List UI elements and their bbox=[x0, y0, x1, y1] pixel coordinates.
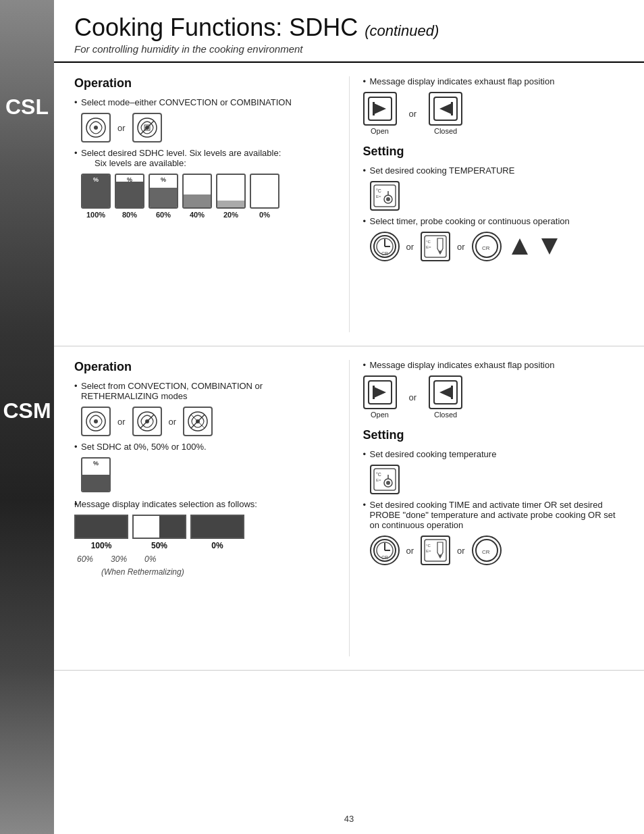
page-subtitle: For controlling humidity in the cooking … bbox=[74, 43, 624, 55]
svg-rect-36 bbox=[451, 386, 453, 399]
svg-rect-5 bbox=[373, 102, 375, 115]
csl-setting-bullet1: Set desired cooking TEMPERATURE bbox=[363, 165, 624, 176]
csm-probe-icon: °C E= bbox=[421, 536, 450, 565]
csm-flap-open-label: Open bbox=[371, 411, 389, 419]
timer-icon: CR bbox=[370, 232, 400, 261]
csl-bullet2: Select desired SDHC level. Six levels ar… bbox=[74, 148, 336, 168]
flap-open-label: Open bbox=[371, 127, 389, 135]
flap-open-icon bbox=[363, 92, 397, 126]
csm-continuous-icon: CR bbox=[472, 536, 502, 565]
csl-six-levels: Six levels are available: bbox=[95, 158, 186, 168]
flap-closed-svg bbox=[433, 96, 458, 122]
csl-temp-icon-row: °C E= bbox=[370, 181, 624, 211]
csl-right: Message display indicates exhaust flap p… bbox=[349, 76, 624, 332]
sdhc-bar-40 bbox=[182, 174, 212, 209]
svg-text:E=: E= bbox=[426, 549, 431, 553]
csl-setting-bullet2: Select timer, probe cooking or continuou… bbox=[363, 216, 624, 226]
csl-flap-or: or bbox=[404, 109, 423, 119]
flap-closed-icon bbox=[429, 92, 462, 126]
csm-timer-icons: CR or °C E= or bbox=[370, 536, 624, 565]
csm-flap-closed-svg bbox=[433, 380, 458, 405]
up-arrow-svg bbox=[510, 236, 530, 257]
csm-bullet1: Select from CONVECTION, COMBINATION or R… bbox=[74, 381, 336, 401]
csm-flap-or: or bbox=[404, 392, 423, 402]
svg-rect-33 bbox=[373, 386, 375, 399]
csm-flap-open-svg bbox=[367, 380, 393, 405]
svg-marker-27 bbox=[541, 238, 558, 255]
csm-retherm-icon bbox=[183, 407, 213, 436]
csl-flap-closed: Closed bbox=[429, 92, 462, 135]
sdhc-bar-100: % bbox=[81, 174, 111, 209]
sdhc-bar-80: % bbox=[115, 174, 144, 209]
csm-comb-svg bbox=[136, 410, 159, 433]
csm-comb-icon bbox=[132, 407, 162, 436]
csl-setting-heading: Setting bbox=[363, 145, 624, 159]
sdhc-item-40: 40% bbox=[182, 174, 212, 219]
svg-text:°C: °C bbox=[426, 240, 431, 244]
csm-bars: 100% 50% 0% bbox=[74, 515, 336, 550]
temp-svg: °C E= bbox=[373, 184, 396, 207]
csm-retherm-svg bbox=[186, 410, 209, 433]
sdhc-item-20: 20% bbox=[216, 174, 246, 219]
csm-temp-svg: °C E= bbox=[373, 468, 396, 491]
csm-sdhc-bar: % bbox=[81, 457, 111, 492]
main-content: Cooking Functions: SDHC (continued) For … bbox=[54, 0, 644, 834]
csl-operation-heading: Operation bbox=[74, 76, 336, 90]
svg-rect-8 bbox=[451, 102, 453, 115]
csm-bar-0: 0% bbox=[190, 515, 244, 550]
csl-or-1: or bbox=[117, 123, 126, 133]
temperature-icon: °C E= bbox=[370, 181, 400, 211]
csm-timer-or1: or bbox=[406, 546, 414, 556]
csm-left: Operation Select from CONVECTION, COMBIN… bbox=[74, 360, 349, 656]
combination-icon bbox=[132, 113, 162, 142]
sdhc-bar-60: % bbox=[149, 174, 178, 209]
svg-point-42 bbox=[386, 481, 390, 485]
csm-or-1: or bbox=[117, 417, 126, 427]
title-continued: (continued) bbox=[365, 22, 439, 39]
probe-icon: °C E= bbox=[421, 232, 450, 261]
continuous-svg: CR bbox=[474, 234, 500, 259]
page-number: 43 bbox=[344, 814, 354, 824]
svg-text:CR: CR bbox=[381, 555, 388, 560]
csm-retherm-labels: 60% 30% 0% bbox=[77, 554, 336, 564]
csm-setting-bullet2: Set desired cooking TIME and activate ti… bbox=[363, 500, 624, 530]
svg-text:CR: CR bbox=[381, 251, 388, 256]
csl-mode-icons: or bbox=[81, 113, 336, 142]
csm-or-2: or bbox=[169, 417, 177, 427]
probe-svg: °C E= bbox=[424, 235, 447, 258]
csm-timer-icon: CR bbox=[370, 536, 400, 565]
csm-section: Operation Select from CONVECTION, COMBIN… bbox=[54, 346, 644, 671]
csm-temp-icon-row: °C E= bbox=[370, 465, 624, 494]
svg-marker-26 bbox=[512, 238, 528, 255]
csm-bar-50: 50% bbox=[132, 515, 186, 550]
title-text: Cooking Functions: SDHC bbox=[74, 14, 358, 41]
csl-left: Operation Select mode–either CONVECTION … bbox=[74, 76, 349, 332]
csm-setting-bullet1: Set desired cooking temperature bbox=[363, 449, 624, 459]
page-header: Cooking Functions: SDHC (continued) For … bbox=[54, 0, 644, 63]
sidebar-csm-label: CSM bbox=[3, 398, 51, 423]
down-arrow-icon bbox=[538, 235, 561, 258]
svg-text:E=: E= bbox=[426, 245, 431, 249]
flap-open-svg bbox=[367, 96, 393, 122]
csm-bar-100: 100% bbox=[74, 515, 128, 550]
csl-flap-open: Open bbox=[363, 92, 397, 135]
csm-probe-svg: °C E= bbox=[424, 539, 447, 562]
svg-text:CR: CR bbox=[482, 549, 490, 555]
csm-flap-open-icon bbox=[363, 375, 397, 409]
sdhc-item-100: % 100% bbox=[81, 174, 111, 219]
sdhc-bar-0 bbox=[250, 174, 279, 209]
csl-flap-icons: Open or Closed bbox=[363, 92, 624, 135]
sidebar: CSL CSM bbox=[0, 0, 54, 834]
csm-flap-closed-icon bbox=[429, 375, 462, 409]
csm-continuous-svg: CR bbox=[474, 538, 500, 563]
csm-flap-open: Open bbox=[363, 375, 397, 419]
csm-mode-icons: or or bbox=[81, 407, 336, 436]
up-arrow-icon bbox=[508, 235, 531, 258]
sdhc-item-60: % 60% bbox=[149, 174, 178, 219]
csl-timer-or2: or bbox=[457, 242, 465, 252]
csl-bullet1: Select mode–either CONVECTION or COMBINA… bbox=[74, 97, 336, 107]
sdhc-item-0: 0% bbox=[250, 174, 279, 219]
svg-text:°C: °C bbox=[376, 188, 381, 193]
page-footer: 43 bbox=[54, 804, 644, 834]
convection-icon bbox=[81, 113, 111, 142]
